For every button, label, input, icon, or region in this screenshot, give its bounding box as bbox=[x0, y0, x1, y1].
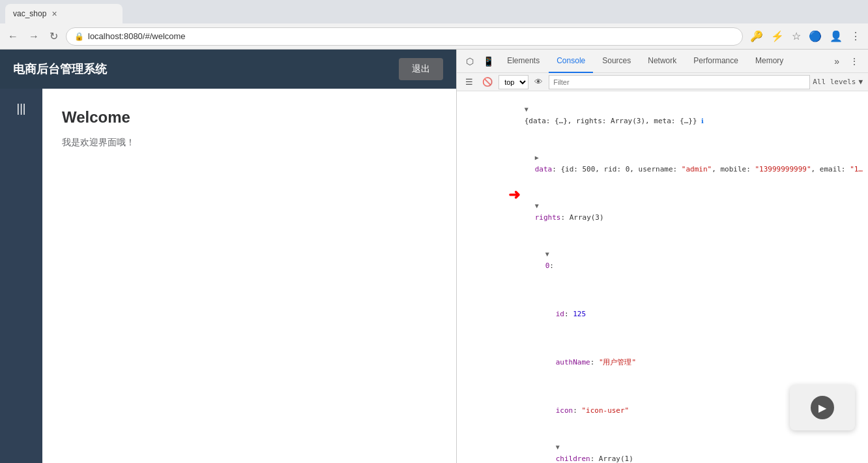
page-title: Welcome bbox=[62, 108, 437, 127]
line-content: id: 125 bbox=[556, 310, 586, 318]
tab-close-button[interactable]: × bbox=[51, 8, 57, 19]
console-line: authName: "用户管理" bbox=[457, 333, 868, 381]
line-content: 0: bbox=[545, 261, 554, 270]
devtools-settings-icon[interactable]: ⋮ bbox=[846, 53, 863, 69]
menu-icon[interactable]: ⋮ bbox=[848, 28, 863, 44]
browser-toolbar-icons: 🔑 ⚡ ☆ 🔵 👤 ⋮ bbox=[748, 28, 863, 44]
main-area: 电商后台管理系统 退出 ||| Welcome 我是欢迎界面哦！ bbox=[0, 50, 868, 463]
tree-toggle[interactable] bbox=[556, 441, 564, 453]
console-sidebar-toggle[interactable]: ☰ bbox=[462, 75, 476, 89]
line-content: children: Array(1) bbox=[556, 455, 633, 463]
devtools-inspect-icon[interactable]: ⬡ bbox=[462, 53, 478, 69]
line-content: icon: "icon-user" bbox=[556, 406, 629, 415]
tree-toggle[interactable] bbox=[525, 104, 532, 115]
tree-toggle[interactable] bbox=[535, 152, 543, 164]
console-line[interactable]: {data: {…}, rights: Array(3), meta: {…}}… bbox=[457, 91, 868, 140]
app-area: 电商后台管理系统 退出 ||| Welcome 我是欢迎界面哦！ bbox=[0, 50, 456, 463]
tab-elements[interactable]: Elements bbox=[499, 50, 547, 73]
page-content: Welcome 我是欢迎界面哦！ bbox=[42, 89, 456, 463]
translate-icon[interactable]: ⚡ bbox=[769, 28, 786, 44]
key-icon[interactable]: 🔑 bbox=[748, 28, 765, 44]
star-icon[interactable]: ☆ bbox=[790, 28, 803, 44]
url-input[interactable]: 🔒 localhost:8080/#/welcome bbox=[66, 27, 743, 46]
line-content: authName: "用户管理" bbox=[556, 358, 636, 366]
console-line: id: 125 bbox=[457, 284, 868, 333]
browser-tab[interactable]: vac_shop × bbox=[5, 4, 123, 23]
play-button[interactable]: ▶ bbox=[811, 396, 834, 419]
tab-console[interactable]: Console bbox=[549, 50, 593, 73]
levels-dropdown-icon[interactable]: ▼ bbox=[858, 78, 863, 86]
console-toolbar: ☰ 🚫 top 👁 All levels ▼ bbox=[457, 73, 868, 91]
forward-button[interactable]: → bbox=[26, 28, 42, 45]
line-content: data: {id: 500, rid: 0, username: "admin… bbox=[535, 165, 863, 173]
url-text: localhost:8080/#/welcome bbox=[88, 31, 186, 41]
video-overlay: ▶ bbox=[790, 385, 855, 430]
tab-performance[interactable]: Performance bbox=[686, 50, 746, 73]
devtools-device-icon[interactable]: 📱 bbox=[479, 53, 498, 69]
sidebar-toggle-icon[interactable]: ||| bbox=[10, 95, 32, 122]
console-line[interactable]: children: Array(1) bbox=[457, 429, 868, 463]
console-line[interactable]: data: {id: 500, rid: 0, username: "admin… bbox=[457, 140, 868, 188]
profile-icon[interactable]: 👤 bbox=[828, 28, 845, 44]
tab-sources[interactable]: Sources bbox=[594, 50, 639, 73]
tab-network[interactable]: Network bbox=[640, 50, 684, 73]
reload-button[interactable]: ↻ bbox=[47, 27, 61, 45]
app-body: ||| Welcome 我是欢迎界面哦！ bbox=[0, 89, 456, 463]
line-content: {data: {…}, rights: Array(3), meta: {…}}… bbox=[525, 117, 704, 125]
console-line[interactable]: rights: Array(3) bbox=[457, 188, 868, 236]
devtools-panel: ⬡ 📱 Elements Console Sources Network Per… bbox=[456, 50, 868, 463]
logout-button[interactable]: 退出 bbox=[399, 58, 443, 80]
app-header: 电商后台管理系统 退出 bbox=[0, 50, 456, 89]
console-filter-input[interactable] bbox=[549, 75, 810, 89]
back-button[interactable]: ← bbox=[5, 28, 21, 45]
address-bar: ← → ↻ 🔒 localhost:8080/#/welcome 🔑 ⚡ ☆ 🔵… bbox=[0, 23, 868, 50]
eye-icon[interactable]: 👁 bbox=[531, 75, 546, 89]
devtools-toolbar: ⬡ 📱 Elements Console Sources Network Per… bbox=[457, 50, 868, 73]
sidebar: ||| bbox=[0, 89, 42, 463]
devtools-more-tabs[interactable]: » bbox=[830, 53, 843, 69]
tab-title: vac_shop bbox=[13, 9, 46, 18]
console-line[interactable]: 0: bbox=[457, 236, 868, 284]
levels-label: All levels bbox=[813, 78, 856, 86]
tree-toggle[interactable] bbox=[545, 248, 553, 260]
secure-icon: 🔒 bbox=[74, 32, 84, 41]
app-title: 电商后台管理系统 bbox=[13, 61, 107, 77]
browser-window: vac_shop × ← → ↻ 🔒 localhost:8080/#/welc… bbox=[0, 0, 868, 463]
line-content: rights: Array(3) bbox=[535, 213, 604, 222]
tab-memory[interactable]: Memory bbox=[747, 50, 791, 73]
context-selector[interactable]: top bbox=[499, 75, 528, 89]
tree-toggle[interactable] bbox=[535, 200, 543, 212]
tab-bar: vac_shop × bbox=[0, 0, 868, 23]
console-clear-icon[interactable]: 🚫 bbox=[479, 75, 496, 89]
extension-icon[interactable]: 🔵 bbox=[807, 28, 824, 44]
page-subtitle: 我是欢迎界面哦！ bbox=[62, 137, 437, 149]
